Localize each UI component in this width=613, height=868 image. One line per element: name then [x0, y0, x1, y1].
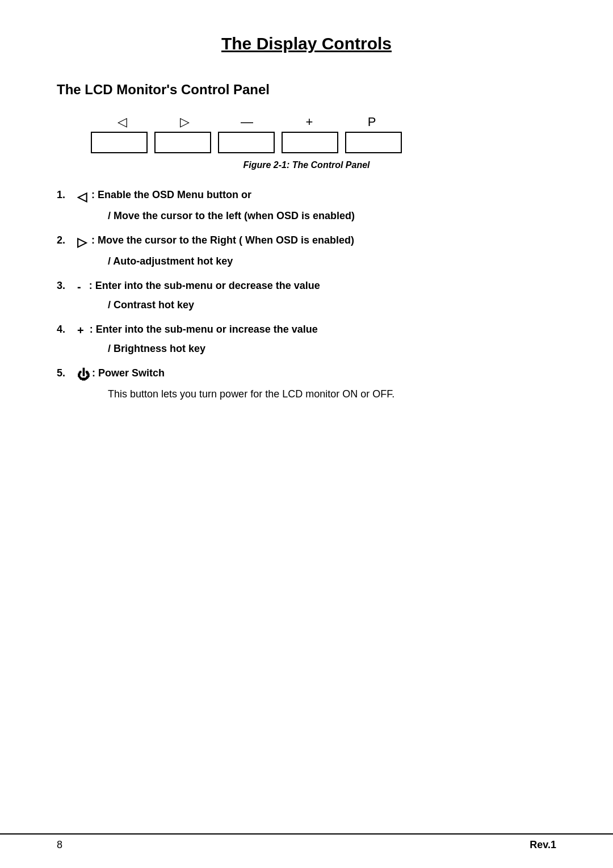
list-item-5: 5. ⏻ : Power Switch This button lets you… [57, 366, 556, 402]
button-left[interactable] [91, 132, 148, 153]
controls-list: 1. ◁ : Enable the OSD Menu button or / M… [57, 187, 556, 402]
label-left-triangle: ◁ [91, 115, 153, 129]
list-item-2: 2. ▷ : Move the cursor to the Right ( Wh… [57, 233, 556, 269]
list-text-2: : Move the cursor to the Right ( When OS… [91, 233, 354, 248]
list-item-3-main: 3. - : Enter into the sub-menu or decrea… [57, 278, 556, 295]
list-num-1: 1. [57, 187, 77, 203]
section-title: The LCD Monitor's Control Panel [57, 82, 556, 98]
button-power[interactable] [345, 132, 402, 153]
list-subtext-4: / Brightness hot key [108, 341, 556, 357]
figure-caption: Figure 2-1: The Control Panel [57, 160, 556, 170]
page-footer: 8 Rev.1 [0, 833, 613, 851]
button-labels-row: ◁ ▷ — + P [91, 115, 403, 129]
label-power: P [341, 115, 403, 129]
list-item-1: 1. ◁ : Enable the OSD Menu button or / M… [57, 187, 556, 224]
footer-page-number: 8 [57, 835, 62, 851]
page-container: The Display Controls The LCD Monitor's C… [0, 0, 613, 868]
dash-icon: - [77, 278, 81, 295]
control-panel-diagram: ◁ ▷ — + P [91, 115, 556, 153]
list-item-1-main: 1. ◁ : Enable the OSD Menu button or [57, 187, 556, 206]
footer-revision: Rev.1 [530, 835, 556, 851]
power-icon: ⏻ [77, 366, 90, 384]
page-title: The Display Controls [57, 34, 556, 53]
list-subtext-2: / Auto-adjustment hot key [108, 254, 556, 269]
buttons-row [91, 132, 402, 153]
label-plus: + [278, 115, 341, 129]
button-plus[interactable] [282, 132, 338, 153]
list-text-1: : Enable the OSD Menu button or [91, 187, 251, 203]
label-right-triangle: ▷ [153, 115, 216, 129]
list-num-3: 3. [57, 278, 77, 293]
left-triangle-icon: ◁ [77, 187, 87, 206]
list-text-4: : Enter into the sub-menu or increase th… [90, 322, 318, 337]
button-right[interactable] [154, 132, 211, 153]
right-triangle-icon: ▷ [77, 233, 87, 251]
power-description: This button lets you turn power for the … [108, 387, 556, 402]
power-label: : Power Switch [92, 366, 165, 381]
list-item-4: 4. + : Enter into the sub-menu or increa… [57, 322, 556, 357]
plus-icon: + [77, 322, 84, 339]
list-item-3: 3. - : Enter into the sub-menu or decrea… [57, 278, 556, 313]
power-switch-item: 5. ⏻ : Power Switch [57, 366, 556, 384]
list-subtext-1: / Move the cursor to the left (when OSD … [108, 208, 556, 224]
list-text-3: : Enter into the sub-menu or decrease th… [89, 278, 320, 293]
list-item-4-main: 4. + : Enter into the sub-menu or increa… [57, 322, 556, 339]
list-subtext-3: / Contrast hot key [108, 297, 556, 313]
label-dash: — [216, 115, 278, 129]
list-item-2-main: 2. ▷ : Move the cursor to the Right ( Wh… [57, 233, 556, 251]
power-num: 5. [57, 366, 77, 381]
button-dash[interactable] [218, 132, 275, 153]
list-num-2: 2. [57, 233, 77, 248]
list-num-4: 4. [57, 322, 77, 337]
